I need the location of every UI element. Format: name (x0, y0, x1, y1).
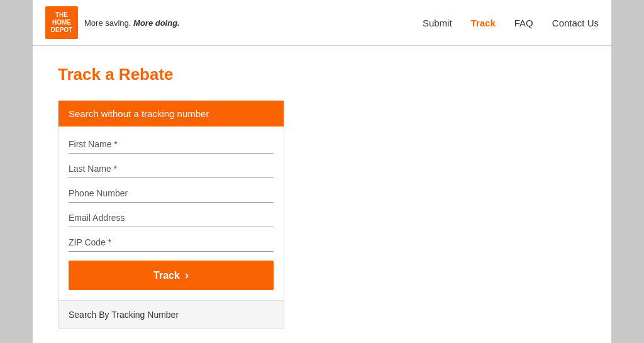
alternate-search-tab[interactable]: Search By Tracking Number (58, 300, 284, 329)
last-name-field (69, 157, 274, 178)
nav-faq[interactable]: FAQ (514, 18, 533, 28)
header: THEHOMEDEPOT More saving. More doing. Su… (33, 0, 611, 46)
form-body: Track › (58, 127, 284, 300)
logo-text: THEHOMEDEPOT (51, 11, 72, 34)
track-button[interactable]: Track › (69, 261, 274, 290)
nav-contact-us[interactable]: Contact Us (552, 18, 599, 28)
email-field (69, 206, 274, 227)
main-nav: Submit Track FAQ Contact Us (423, 18, 599, 28)
last-name-input[interactable] (69, 157, 274, 178)
home-depot-logo: THEHOMEDEPOT (45, 6, 78, 39)
nav-submit[interactable]: Submit (423, 18, 452, 28)
zip-field (69, 231, 274, 252)
first-name-field (69, 133, 274, 154)
tagline: More saving. More doing. (84, 18, 180, 28)
page-wrapper: THEHOMEDEPOT More saving. More doing. Su… (33, 0, 611, 343)
track-button-arrow-icon: › (185, 269, 189, 282)
logo-area: THEHOMEDEPOT More saving. More doing. (45, 6, 180, 39)
page-title: Track a Rebate (58, 65, 586, 84)
form-card: Search without a tracking number (58, 100, 284, 329)
tagline-bold: More doing. (133, 18, 180, 28)
phone-input[interactable] (69, 182, 274, 203)
main-content: Track a Rebate Search without a tracking… (33, 46, 611, 343)
first-name-input[interactable] (69, 133, 274, 154)
form-card-header: Search without a tracking number (58, 101, 284, 127)
phone-field (69, 182, 274, 203)
nav-track[interactable]: Track (471, 18, 496, 28)
zip-input[interactable] (69, 231, 274, 252)
email-input[interactable] (69, 206, 274, 227)
track-button-label: Track (153, 270, 180, 281)
